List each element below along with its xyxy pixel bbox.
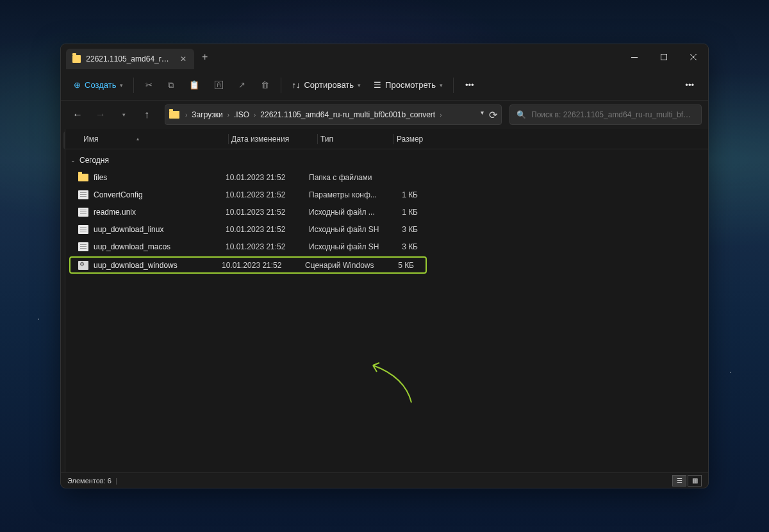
delete-button[interactable]: 🗑 xyxy=(254,75,276,96)
recent-button[interactable]: ▾ xyxy=(113,104,134,125)
plus-circle-icon: ⊕ xyxy=(74,80,81,90)
chevron-down-icon: ⌄ xyxy=(70,157,76,163)
breadcrumb-item[interactable]: Загрузки xyxy=(190,108,224,122)
item-count: Элементов: 6 xyxy=(67,477,112,485)
sort-asc-icon: ▴ xyxy=(136,136,139,142)
column-header-type[interactable]: Тип xyxy=(320,135,391,144)
chevron-right-icon: › xyxy=(438,112,443,119)
file-icon xyxy=(78,190,88,199)
explorer-window: 22621.1105_amd64_ru-ru_mu ✕ + ⊕ Создать … xyxy=(60,44,709,488)
search-icon: 🔍 xyxy=(517,110,526,119)
column-header-date[interactable]: Дата изменения xyxy=(231,135,315,144)
details-button[interactable]: ••• xyxy=(679,75,700,96)
annotation-arrow xyxy=(367,358,424,409)
file-list: ⌄Сегодня files 10.01.2023 21:52 Папка с … xyxy=(65,149,708,472)
scissors-icon: ✂ xyxy=(145,80,153,90)
svg-rect-0 xyxy=(631,57,638,58)
status-bar: Элементов: 6 | ☰ ▦ xyxy=(61,472,708,488)
share-icon: ↗ xyxy=(238,80,245,90)
chevron-down-icon: ▾ xyxy=(120,82,123,88)
file-icon xyxy=(78,225,88,234)
file-row[interactable]: uup_download_linux 10.01.2023 21:52 Исхо… xyxy=(65,220,708,238)
file-icon xyxy=(78,208,88,217)
file-area: Имя▴ Дата изменения Тип Размер ⌄Сегодня … xyxy=(65,129,708,472)
file-row[interactable]: uup_download_macos 10.01.2023 21:52 Исхо… xyxy=(65,238,708,255)
breadcrumb-item[interactable]: .ISO xyxy=(233,108,251,122)
folder-icon xyxy=(72,55,81,63)
file-row[interactable]: readme.unix 10.01.2023 21:52 Исходный фа… xyxy=(65,203,708,220)
script-icon xyxy=(78,261,88,270)
sidebar: Главная ›V. — Личное Рабочий стол📌 ⬇Загр… xyxy=(61,129,65,472)
window-tab[interactable]: 22621.1105_amd64_ru-ru_mu ✕ xyxy=(66,49,194,69)
maximize-button[interactable] xyxy=(649,44,679,70)
back-button[interactable]: ← xyxy=(67,104,88,125)
create-button[interactable]: ⊕ Создать ▾ xyxy=(69,75,128,96)
breadcrumb-item[interactable]: 22621.1105_amd64_ru-ru_multi_bf0c001b_co… xyxy=(259,108,436,122)
chevron-right-icon: › xyxy=(226,112,231,119)
sort-icon: ↑↓ xyxy=(292,80,300,90)
column-header-size[interactable]: Размер xyxy=(397,135,448,144)
column-headers: Имя▴ Дата изменения Тип Размер xyxy=(65,129,708,149)
close-button[interactable] xyxy=(679,44,708,70)
tiles-view-button[interactable]: ▦ xyxy=(688,475,702,486)
chevron-down-icon[interactable]: ▾ xyxy=(481,109,484,121)
rename-button[interactable]: 🄰 xyxy=(208,75,229,96)
paste-button[interactable]: 📋 xyxy=(183,75,206,96)
copy-button[interactable]: ⧉ xyxy=(161,75,180,96)
rename-icon: 🄰 xyxy=(215,80,223,90)
tab-title: 22621.1105_amd64_ru-ru_mu xyxy=(86,54,172,63)
chevron-down-icon: ▾ xyxy=(358,82,361,88)
copy-icon: ⧉ xyxy=(168,80,174,90)
navbar: ← → ▾ ↑ › Загрузки › .ISO › 22621.1105_a… xyxy=(61,101,708,129)
chevron-down-icon: ▾ xyxy=(440,82,443,88)
svg-rect-1 xyxy=(661,54,667,60)
address-bar[interactable]: › Загрузки › .ISO › 22621.1105_amd64_ru-… xyxy=(165,104,502,125)
cut-button[interactable]: ✂ xyxy=(139,75,159,96)
column-header-name[interactable]: Имя▴ xyxy=(78,135,226,144)
paste-icon: 📋 xyxy=(189,80,199,90)
view-icon: ☰ xyxy=(374,80,381,90)
tab-close-button[interactable]: ✕ xyxy=(178,53,189,65)
refresh-button[interactable]: ⟳ xyxy=(489,109,497,121)
trash-icon: 🗑 xyxy=(261,80,269,90)
sort-button[interactable]: ↑↓ Сортировать ▾ xyxy=(286,75,366,96)
file-icon xyxy=(78,242,88,251)
share-button[interactable]: ↗ xyxy=(232,75,252,96)
forward-button[interactable]: → xyxy=(90,104,111,125)
folder-icon xyxy=(169,111,179,119)
titlebar: 22621.1105_amd64_ru-ru_mu ✕ + xyxy=(61,44,708,70)
file-row[interactable]: files 10.01.2023 21:52 Папка с файлами xyxy=(65,169,708,186)
up-button[interactable]: ↑ xyxy=(136,104,157,125)
minimize-button[interactable] xyxy=(620,44,649,70)
details-view-button[interactable]: ☰ xyxy=(672,475,686,486)
view-button[interactable]: ☰ Просмотреть ▾ xyxy=(368,75,448,96)
search-input[interactable]: 🔍 Поиск в: 22621.1105_amd64_ru-ru_multi_… xyxy=(509,104,702,125)
file-row-highlighted[interactable]: uup_download_windows 10.01.2023 21:52 Сц… xyxy=(69,256,427,274)
folder-icon xyxy=(78,174,88,181)
group-header[interactable]: ⌄Сегодня xyxy=(65,152,708,169)
more-button[interactable]: ••• xyxy=(459,75,481,96)
new-tab-button[interactable]: + xyxy=(194,51,215,63)
chevron-right-icon: › xyxy=(252,112,258,119)
toolbar: ⊕ Создать ▾ ✂ ⧉ 📋 🄰 ↗ 🗑 ↑↓ Сортировать ▾… xyxy=(61,70,708,101)
file-row[interactable]: ConvertConfig 10.01.2023 21:52 Параметры… xyxy=(65,186,708,203)
chevron-right-icon: › xyxy=(183,112,189,119)
